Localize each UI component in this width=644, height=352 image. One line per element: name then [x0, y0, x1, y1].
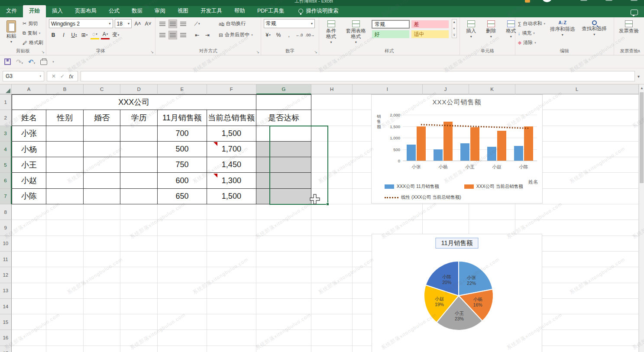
font-dialog-launcher[interactable]: ↘	[150, 50, 154, 54]
row-header-17[interactable]: 17	[0, 346, 12, 352]
cell-G3[interactable]	[256, 126, 311, 142]
cell-C5[interactable]	[84, 157, 120, 173]
cell-A17[interactable]	[12, 346, 47, 352]
row-header-16[interactable]: 16	[0, 330, 12, 346]
align-center-button[interactable]	[168, 31, 177, 39]
cell-E6[interactable]: 600	[158, 173, 207, 188]
cell-H2[interactable]	[311, 110, 353, 126]
cell-G5[interactable]	[256, 157, 311, 173]
cell-B8[interactable]	[46, 204, 84, 220]
row-header-10[interactable]: 10	[0, 236, 12, 252]
cell-A16[interactable]	[12, 330, 47, 346]
cell-J8[interactable]	[423, 204, 469, 220]
cell-C6[interactable]	[84, 173, 120, 188]
bold-button[interactable]: B	[49, 31, 58, 39]
cell-C8[interactable]	[84, 204, 121, 220]
tell-me-search[interactable]: 操作说明搜索	[298, 7, 339, 17]
align-top-button[interactable]	[158, 19, 167, 28]
cell-H14[interactable]	[311, 299, 353, 314]
cell-A6[interactable]: 小赵	[12, 173, 47, 188]
cell-F3[interactable]: 1,500	[207, 126, 256, 142]
percent-style-button[interactable]: %	[274, 31, 283, 39]
insert-cells-button[interactable]: 插入▾	[463, 19, 480, 40]
cell-D7[interactable]	[120, 189, 157, 204]
cell-F4[interactable]: 1,700	[207, 142, 256, 157]
cell-D11[interactable]	[120, 252, 158, 267]
cell-E9[interactable]	[158, 220, 207, 236]
tab-insert[interactable]: 插入	[46, 5, 69, 17]
cell-C12[interactable]	[84, 267, 121, 283]
cell-D13[interactable]	[120, 283, 158, 299]
cell-C14[interactable]	[84, 299, 121, 314]
cell-E12[interactable]	[158, 267, 207, 283]
cell-H6[interactable]	[311, 173, 353, 188]
cell-B7[interactable]	[46, 189, 83, 204]
cut-button[interactable]: ✂ 剪切	[23, 19, 43, 28]
cell-E2[interactable]: 11月销售额	[158, 110, 207, 126]
cell-F13[interactable]	[207, 283, 256, 299]
cell-B16[interactable]	[46, 330, 84, 346]
cell-F9[interactable]	[207, 220, 256, 236]
cell-G7[interactable]	[256, 189, 311, 204]
row-header-6[interactable]: 6	[0, 173, 12, 188]
cell-B14[interactable]	[46, 299, 84, 314]
row-header-12[interactable]: 12	[0, 267, 12, 283]
cell-F7[interactable]: 1,500	[207, 189, 256, 204]
cell-H10[interactable]	[311, 236, 353, 252]
cell-H7[interactable]	[311, 189, 353, 204]
orientation-button[interactable]: ⟋▾	[193, 19, 201, 28]
cell-G15[interactable]	[256, 314, 311, 330]
cell-F17[interactable]	[207, 346, 256, 352]
cell-C2[interactable]: 婚否	[84, 110, 120, 126]
cell-F11[interactable]	[207, 252, 256, 267]
cell-F10[interactable]	[207, 236, 256, 252]
undo-button[interactable]: ↶▾	[28, 58, 35, 66]
cell-G2[interactable]: 是否达标	[256, 110, 311, 126]
autosum-button[interactable]: ∑ 自动求和 ▾	[518, 19, 545, 28]
minimize-button[interactable]	[580, 0, 587, 1]
cell-E11[interactable]	[158, 252, 207, 267]
column-header-B[interactable]: B	[46, 84, 84, 94]
cell-D4[interactable]	[120, 142, 157, 157]
cell-A13[interactable]	[12, 283, 47, 299]
cell-G11[interactable]	[256, 252, 311, 267]
gallery-more-icon[interactable]: ⊽	[453, 33, 455, 37]
cell-D17[interactable]	[120, 346, 158, 352]
cell-H11[interactable]	[311, 252, 353, 267]
row-header-14[interactable]: 14	[0, 299, 12, 314]
column-header-G[interactable]: G	[256, 84, 311, 94]
gallery-scroll[interactable]: ▲ ▾ ⊽	[452, 19, 457, 38]
cell-B10[interactable]	[46, 236, 84, 252]
cell-E16[interactable]	[158, 330, 207, 346]
cell-B3[interactable]	[46, 126, 83, 142]
align-bottom-button[interactable]	[179, 19, 188, 28]
cell-F14[interactable]	[207, 299, 256, 314]
number-format-combo[interactable]: 常规▾	[264, 19, 315, 28]
cell-H15[interactable]	[311, 314, 353, 330]
cell-C9[interactable]	[84, 220, 121, 236]
cell-G14[interactable]	[256, 299, 311, 314]
accounting-format-button[interactable]: ¥▾	[264, 31, 272, 39]
align-left-button[interactable]	[158, 31, 167, 39]
align-middle-button[interactable]	[168, 19, 177, 28]
cell-E4[interactable]: 500	[158, 142, 207, 157]
redo-button[interactable]: ↷▾	[16, 58, 23, 66]
cell-B13[interactable]	[46, 283, 84, 299]
cell-G8[interactable]	[256, 204, 311, 220]
collapse-ribbon-icon[interactable]: ∧	[638, 48, 641, 53]
cell-C4[interactable]	[84, 142, 120, 157]
tab-help[interactable]: 帮助	[228, 5, 251, 17]
tab-review[interactable]: 审阅	[149, 5, 172, 17]
decrease-indent-button[interactable]: ⇤	[193, 31, 201, 39]
cell-D3[interactable]	[120, 126, 157, 142]
cell-G13[interactable]	[256, 283, 311, 299]
cell-A14[interactable]	[12, 299, 47, 314]
cell-G10[interactable]	[256, 236, 311, 252]
cell-H8[interactable]	[311, 204, 353, 220]
increase-decimal-button[interactable]: ←.0	[295, 31, 304, 39]
cell-B11[interactable]	[46, 252, 84, 267]
cell-A15[interactable]	[12, 314, 47, 330]
close-button[interactable]	[631, 0, 638, 1]
column-header-E[interactable]: E	[158, 84, 207, 94]
cell-E15[interactable]	[158, 314, 207, 330]
